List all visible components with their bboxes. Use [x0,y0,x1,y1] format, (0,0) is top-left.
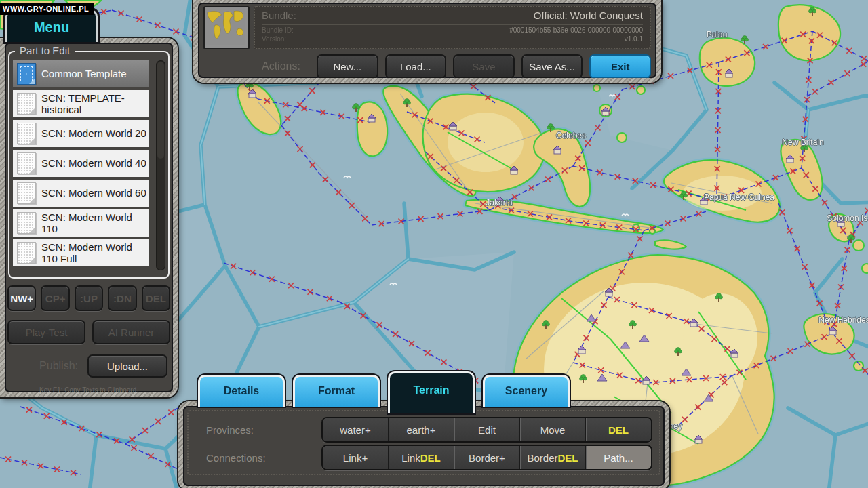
provinces-row: Provinces: water+ earth+ Edit Move [195,416,652,443]
new-province-button[interactable]: NW+ [7,285,36,311]
connections-label: Connections: [195,452,321,464]
edit-province-button[interactable]: Edit [454,418,519,441]
list-item-label: Common Template [41,68,127,79]
list-item-label: SCN: Modern World 20 [41,127,146,139]
document-icon [17,182,36,204]
map-label: New Hebrides [818,315,868,325]
group-label: Part to Edit [15,45,75,56]
tab-details[interactable]: Details [198,375,285,407]
document-icon [17,152,36,174]
border-add-button[interactable]: Border+ [454,446,519,469]
copy-button: CP+ [41,285,69,311]
run-button-row: Play-Test AI Runner [7,320,170,344]
move-down-button: :DN [108,285,136,311]
editor-screen: WWW.GRY-ONLINE.PL Menu Part to Edit Comm… [0,0,868,488]
list-item-scn-modern-world-40[interactable]: SCN: Modern World 40 [13,150,149,177]
template-icon [17,63,36,85]
delete-province-button[interactable]: DEL [585,418,651,441]
hotkey-hint: Key F1: Copy Texts to Clipboard. [5,386,173,392]
tab-terrain[interactable]: Terrain [388,371,475,413]
list-item-label: SCN: Modern World 40 [41,157,146,169]
upload-button[interactable]: Upload... [87,354,167,378]
border-delete-button[interactable]: Border DEL [519,446,585,469]
map-label: New Britain [782,138,823,147]
move-province-button[interactable]: Move [519,418,585,441]
version-label: Version: [262,35,286,44]
new-button[interactable]: New... [317,54,378,78]
connections-button-group: Link+ Link DEL Border+ Border DEL Path.. [321,445,652,470]
list-item-scn-modern-world-110-full[interactable]: SCN: Modern World 110 Full [13,239,149,266]
document-icon [17,212,36,234]
bundle-panel: Bundle: Official: World Conquest Bundle … [193,0,661,83]
list-scrollbar[interactable] [156,60,165,270]
list-item-common-template[interactable]: Common Template [13,60,149,87]
tab-scenery[interactable]: Scenery [483,375,570,407]
document-icon [17,242,36,264]
play-test-button: Play-Test [7,320,85,344]
bundle-id-label: Bundle ID: [262,26,294,35]
save-button: Save [453,54,515,78]
bundle-thumbnail [203,6,250,49]
list-item-scn-modern-world-20[interactable]: SCN: Modern World 20 [13,120,149,147]
map-label: Palau [707,30,728,39]
water-add-button[interactable]: water+ [323,418,388,441]
list-item-label: SCN: Modern World 60 [41,187,146,199]
delete-button: DEL [142,285,170,311]
ai-runner-button: AI Runner [92,320,170,344]
menu-panel: Part to Edit Common Template SCN: TEMPLA… [0,38,178,397]
link-delete-button[interactable]: Link DEL [388,446,454,469]
scrollbar-thumb[interactable] [157,62,164,159]
list-item-scn-modern-world-60[interactable]: SCN: Modern World 60 [13,180,149,207]
publish-label: Publish: [7,360,87,372]
provinces-button-group: water+ earth+ Edit Move DEL [321,417,652,443]
path-button[interactable]: Path... [585,446,651,469]
actions-row: Actions: New... Load... Save Save As... … [203,54,651,78]
template-list: Common Template SCN: TEMPLATE-historical… [13,60,149,269]
world-map-thumbnail [205,7,245,45]
document-icon [17,123,36,144]
exit-button[interactable]: Exit [589,54,651,78]
document-icon [17,93,36,115]
list-item-scn-modern-world-110[interactable]: SCN: Modern World 110 [13,209,149,237]
terrain-panel: Provinces: water+ earth+ Edit Move [178,401,669,488]
bundle-label: Bundle: [262,9,296,21]
bundle-name: Official: World Conquest [534,9,643,21]
link-add-button[interactable]: Link+ [323,446,388,469]
earth-add-button[interactable]: earth+ [388,418,454,441]
tab-format[interactable]: Format [293,375,380,407]
connections-row: Connections: Link+ Link DEL Border+ Bord… [195,444,652,471]
map-label: Papua New Guinea [704,192,774,202]
provinces-label: Provinces: [195,424,321,436]
move-up-button: :UP [75,285,103,311]
list-item-label: SCN: Modern World 110 [41,211,146,235]
list-item-scn-template-historical[interactable]: SCN: TEMPLATE-historical [13,90,149,117]
watermark: WWW.GRY-ONLINE.PL [0,3,94,15]
map-label: Solomon Is. [827,214,868,223]
part-to-edit-group: Part to Edit Common Template SCN: TEMPLA… [8,51,170,279]
map-label: Jakarta [486,198,512,207]
version-value: v1.0.1 [625,35,643,44]
publish-row: Publish: Upload... [7,354,170,378]
load-button[interactable]: Load... [385,54,447,78]
save-as-button[interactable]: Save As... [521,54,583,78]
bundle-id-value: #0001504b55-b36e-0026-000000-00000000 [509,26,643,35]
map-label: Celebes [556,131,586,140]
list-item-label: SCN: Modern World 110 Full [41,241,146,265]
actions-label: Actions: [262,60,300,73]
bundle-info-box: Bundle: Official: World Conquest Bundle … [254,6,651,49]
edit-button-row: NW+ CP+ :UP :DN DEL [7,285,170,311]
list-item-label: SCN: TEMPLATE-historical [41,92,146,116]
